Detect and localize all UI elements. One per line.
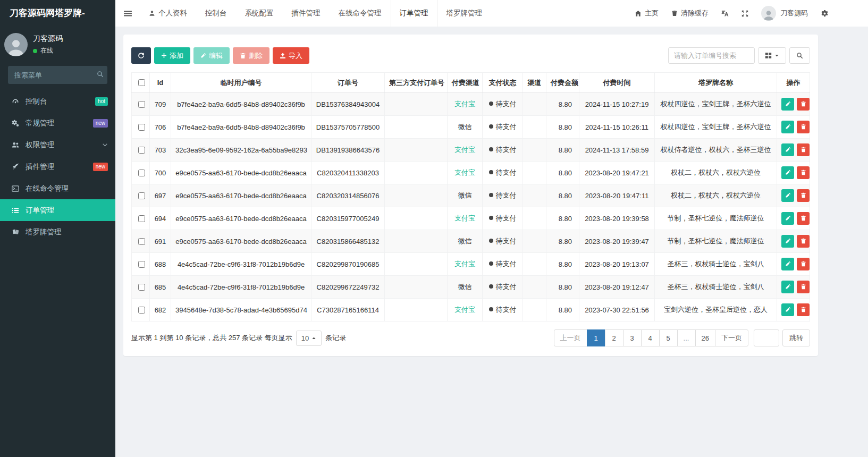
- add-button[interactable]: 添加: [154, 47, 190, 64]
- hamburger-menu-button[interactable]: [115, 0, 140, 27]
- page-number-button[interactable]: 3: [623, 329, 642, 346]
- column-header[interactable]: 渠道: [523, 73, 546, 93]
- column-header[interactable]: 第三方支付订单号: [385, 73, 448, 93]
- row-edit-button[interactable]: [781, 143, 794, 156]
- sidebar-item-addon[interactable]: 插件管理new: [0, 156, 115, 177]
- fullscreen-button[interactable]: [735, 0, 755, 27]
- jump-button[interactable]: 跳转: [782, 329, 810, 346]
- row-edit-button[interactable]: [781, 98, 794, 111]
- row-edit-button[interactable]: [781, 258, 794, 270]
- table-row[interactable]: 6884e4c5cad-72be-c9f6-31f8-7012b19b6d9eC…: [132, 253, 810, 276]
- table-row[interactable]: 697e9ce0575-aa63-6170-bede-dcd8b26eaacaC…: [132, 184, 810, 207]
- trash-icon: [800, 306, 806, 314]
- table-row[interactable]: 709b7fe4ae2-ba9a-6dd5-84b8-d89402c36f9bD…: [132, 93, 810, 116]
- table-row[interactable]: 694e9ce0575-aa63-6170-bede-dcd8b26eaacaC…: [132, 207, 810, 230]
- page-next-button[interactable]: 下一页: [715, 329, 748, 346]
- row-delete-button[interactable]: [797, 98, 810, 111]
- sidebar-item-dashboard[interactable]: 控制台hot: [0, 90, 115, 112]
- select-all-checkbox[interactable]: [138, 79, 145, 86]
- tab-config[interactable]: 系统配置: [236, 0, 283, 27]
- refresh-button[interactable]: [131, 47, 151, 64]
- row-edit-button[interactable]: [781, 121, 794, 133]
- row-delete-button[interactable]: [797, 143, 810, 156]
- tab-profile[interactable]: 个人资料: [140, 0, 196, 27]
- row-edit-button[interactable]: [781, 235, 794, 248]
- row-checkbox[interactable]: [138, 307, 145, 314]
- row-edit-button[interactable]: [781, 189, 794, 202]
- column-header[interactable]: 付费渠道: [448, 73, 483, 93]
- table-row[interactable]: 706b7fe4ae2-ba9a-6dd5-84b8-d89402c36f9bD…: [132, 116, 810, 139]
- row-checkbox[interactable]: [138, 170, 145, 176]
- cell-pay-status: 待支付: [483, 162, 523, 184]
- row-delete-button[interactable]: [797, 235, 810, 248]
- clear-cache-link[interactable]: 清除缓存: [665, 9, 715, 18]
- brand-title[interactable]: 刀客源码网塔罗牌-: [0, 0, 115, 27]
- row-checkbox[interactable]: [138, 238, 145, 245]
- row-delete-button[interactable]: [797, 189, 810, 202]
- tab-order[interactable]: 订单管理: [391, 0, 437, 27]
- page-number-button[interactable]: 4: [641, 329, 660, 346]
- column-header[interactable]: 操作: [777, 73, 810, 93]
- row-checkbox[interactable]: [138, 284, 145, 291]
- tab-dashboard[interactable]: 控制台: [196, 0, 236, 27]
- page-number-button[interactable]: ...: [677, 329, 696, 346]
- row-edit-button[interactable]: [781, 166, 794, 179]
- page-number-button[interactable]: 2: [605, 329, 623, 346]
- edit-button[interactable]: 编辑: [193, 47, 230, 64]
- table-row[interactable]: 6823945648e-7d38-5c78-adad-4e3b65695d74C…: [132, 299, 810, 321]
- sidebar-item-general[interactable]: 常规管理new: [0, 112, 115, 134]
- row-edit-button[interactable]: [781, 212, 794, 225]
- translate-button[interactable]: [715, 0, 735, 27]
- home-link[interactable]: 主页: [628, 9, 665, 18]
- list-icon: [10, 207, 21, 214]
- column-header[interactable]: 付费金额: [546, 73, 579, 93]
- import-button[interactable]: 导入: [273, 47, 309, 64]
- columns-dropdown-button[interactable]: [758, 47, 786, 64]
- page-number-button[interactable]: 1: [587, 329, 605, 346]
- row-edit-button[interactable]: [781, 281, 794, 293]
- table-search-button[interactable]: [789, 47, 810, 64]
- sidebar-search-button[interactable]: [96, 70, 105, 80]
- column-header[interactable]: 临时用户编号: [171, 73, 311, 93]
- tab-tarot[interactable]: 塔罗牌管理: [437, 0, 492, 27]
- table-row[interactable]: 691e9ce0575-aa63-6170-bede-dcd8b26eaacaC…: [132, 230, 810, 253]
- table-row[interactable]: 6854e4c5cad-72be-c9f6-31f8-7012b19b6d9eC…: [132, 276, 810, 299]
- settings-button[interactable]: [814, 0, 835, 27]
- row-checkbox[interactable]: [138, 192, 145, 199]
- row-delete-button[interactable]: [797, 303, 810, 316]
- row-checkbox[interactable]: [138, 215, 145, 222]
- row-checkbox[interactable]: [138, 147, 145, 154]
- sidebar-search-input[interactable]: [8, 66, 107, 84]
- sidebar-item-auth[interactable]: 权限管理: [0, 134, 115, 156]
- row-delete-button[interactable]: [797, 258, 810, 270]
- column-header[interactable]: 支付状态: [483, 73, 523, 93]
- order-search-input[interactable]: [668, 47, 755, 64]
- tab-command[interactable]: 在线命令管理: [330, 0, 391, 27]
- row-edit-button[interactable]: [781, 303, 794, 316]
- page-prev-button[interactable]: 上一页: [554, 329, 587, 346]
- jump-page-input[interactable]: [754, 329, 779, 346]
- row-checkbox[interactable]: [138, 124, 145, 131]
- sidebar-item-order[interactable]: 订单管理: [0, 199, 115, 221]
- row-delete-button[interactable]: [797, 281, 810, 293]
- sidebar-item-tarot[interactable]: 塔罗牌管理: [0, 221, 115, 243]
- sidebar-item-command[interactable]: 在线命令管理: [0, 177, 115, 199]
- tab-addon[interactable]: 插件管理: [283, 0, 330, 27]
- row-checkbox[interactable]: [138, 261, 145, 268]
- topbar-user[interactable]: 刀客源码: [755, 6, 814, 21]
- column-header[interactable]: 付费时间: [579, 73, 655, 93]
- column-header[interactable]: 订单号: [311, 73, 385, 93]
- table-row[interactable]: 70332c3ea95-6e09-9592-162a-6a55ba9e8293D…: [132, 139, 810, 162]
- row-delete-button[interactable]: [797, 166, 810, 179]
- page-size-dropdown[interactable]: 10: [296, 331, 322, 346]
- page-number-button[interactable]: 26: [695, 329, 715, 346]
- column-header[interactable]: Id: [150, 73, 171, 93]
- delete-button[interactable]: 删除: [233, 47, 269, 64]
- row-delete-button[interactable]: [797, 212, 810, 225]
- row-delete-button[interactable]: [797, 121, 810, 133]
- page-number-button[interactable]: 5: [659, 329, 678, 346]
- row-checkbox[interactable]: [138, 101, 145, 108]
- column-header[interactable]: 塔罗牌名称: [655, 73, 777, 93]
- table-row[interactable]: 700e9ce0575-aa63-6170-bede-dcd8b26eaacaC…: [132, 162, 810, 184]
- cell-order-no: DB15376384943004: [311, 93, 385, 116]
